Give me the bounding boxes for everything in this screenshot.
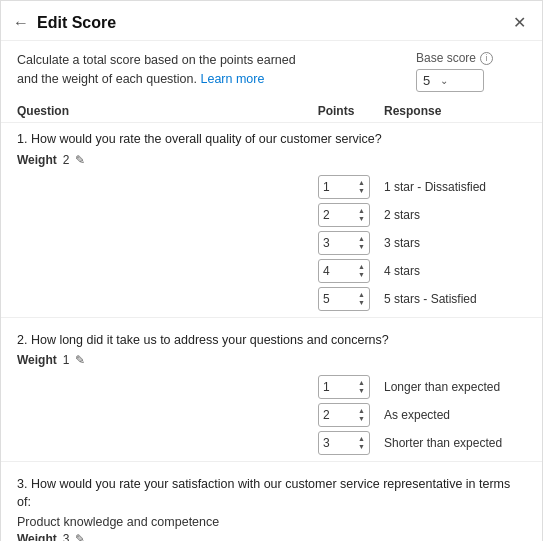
weight-edit-icon-3a[interactable]: ✎ [75,532,85,541]
base-score-label: Base score i [416,51,493,65]
spinner-down[interactable]: ▼ [358,443,365,451]
points-input[interactable]: 1 ▲ ▼ [318,375,370,399]
response-text: As expected [376,408,526,422]
base-score-value: 5 [423,73,430,88]
spinner-down[interactable]: ▼ [358,271,365,279]
base-score-select[interactable]: 5 ⌄ [416,69,484,92]
question-text-3: 3. How would you rate your satisfaction … [17,476,526,511]
table-row: 4 ▲ ▼ 4 stars [17,259,526,283]
weight-edit-icon-2[interactable]: ✎ [75,353,85,367]
subheader-description: Calculate a total score based on the poi… [17,51,307,89]
weight-row-2: Weight 1 ✎ [17,353,526,367]
spinner: ▲ ▼ [358,407,365,422]
spinner-down[interactable]: ▼ [358,415,365,423]
col-header-question: Question [17,104,296,118]
spinner-down[interactable]: ▼ [358,387,365,395]
spinner: ▲ ▼ [358,291,365,306]
spinner-down[interactable]: ▼ [358,187,365,195]
table-row: 3 ▲ ▼ Shorter than expected [17,431,526,455]
spinner: ▲ ▼ [358,435,365,450]
spinner: ▲ ▼ [358,207,365,222]
question-text-1: 1. How would you rate the overall qualit… [17,131,526,149]
learn-more-link[interactable]: Learn more [200,72,264,86]
points-input[interactable]: 1 ▲ ▼ [318,175,370,199]
header: ← Edit Score ✕ [1,1,542,41]
points-input[interactable]: 4 ▲ ▼ [318,259,370,283]
close-icon[interactable]: ✕ [513,13,526,32]
col-header-points: Points [296,104,376,118]
response-text: 3 stars [376,236,526,250]
spinner-up[interactable]: ▲ [358,179,365,187]
spinner: ▲ ▼ [358,179,365,194]
question-block-2: 2. How long did it take us to address yo… [1,324,542,376]
spinner: ▲ ▼ [358,263,365,278]
points-input[interactable]: 2 ▲ ▼ [318,403,370,427]
response-text: Shorter than expected [376,436,526,450]
weight-edit-icon-1[interactable]: ✎ [75,153,85,167]
spinner-down[interactable]: ▼ [358,299,365,307]
weight-label-3a: Weight [17,532,57,541]
table-header: Question Points Response [1,100,542,123]
panel-title: Edit Score [37,14,116,32]
weight-value-2: 1 [63,353,70,367]
weight-row-1: Weight 2 ✎ [17,153,526,167]
table-row: 1 ▲ ▼ 1 star - Dissatisfied [17,175,526,199]
table-row: 3 ▲ ▼ 3 stars [17,231,526,255]
edit-score-panel: ← Edit Score ✕ Calculate a total score b… [0,0,543,541]
subheader: Calculate a total score based on the poi… [1,41,542,100]
spinner-up[interactable]: ▲ [358,263,365,271]
table-row: 5 ▲ ▼ 5 stars - Satisfied [17,287,526,311]
separator [1,317,542,318]
col-header-response: Response [376,104,526,118]
weight-label-1: Weight [17,153,57,167]
rows-section-1: 1 ▲ ▼ 1 star - Dissatisfied 2 ▲ ▼ [1,175,542,311]
spinner-up[interactable]: ▲ [358,207,365,215]
points-input[interactable]: 3 ▲ ▼ [318,431,370,455]
table-row: 1 ▲ ▼ Longer than expected [17,375,526,399]
spinner-up[interactable]: ▲ [358,291,365,299]
spinner: ▲ ▼ [358,379,365,394]
sub-question-label-1: Product knowledge and competence [17,515,526,529]
table-row: 2 ▲ ▼ As expected [17,403,526,427]
spinner-up[interactable]: ▲ [358,407,365,415]
chevron-down-icon: ⌄ [440,75,448,86]
question-block-3: 3. How would you rate your satisfaction … [1,468,542,541]
back-icon[interactable]: ← [13,14,29,32]
response-text: 5 stars - Satisfied [376,292,526,306]
spinner-down[interactable]: ▼ [358,243,365,251]
spinner: ▲ ▼ [358,235,365,250]
spinner-up[interactable]: ▲ [358,435,365,443]
weight-row-3a: Weight 3 ✎ [17,532,526,541]
response-text: 1 star - Dissatisfied [376,180,526,194]
points-input[interactable]: 5 ▲ ▼ [318,287,370,311]
base-score-info-icon[interactable]: i [480,52,493,65]
spinner-down[interactable]: ▼ [358,215,365,223]
weight-value-3a: 3 [63,532,70,541]
response-text: 4 stars [376,264,526,278]
base-score-section: Base score i 5 ⌄ [416,51,526,92]
weight-value-1: 2 [63,153,70,167]
points-input[interactable]: 2 ▲ ▼ [318,203,370,227]
response-text: Longer than expected [376,380,526,394]
header-left: ← Edit Score [13,14,116,32]
rows-section-2: 1 ▲ ▼ Longer than expected 2 ▲ ▼ [1,375,542,455]
weight-label-2: Weight [17,353,57,367]
response-text: 2 stars [376,208,526,222]
question-block-1: 1. How would you rate the overall qualit… [1,123,542,175]
question-text-2: 2. How long did it take us to address yo… [17,332,526,350]
content: 1. How would you rate the overall qualit… [1,123,542,541]
table-row: 2 ▲ ▼ 2 stars [17,203,526,227]
spinner-up[interactable]: ▲ [358,379,365,387]
points-input[interactable]: 3 ▲ ▼ [318,231,370,255]
spinner-up[interactable]: ▲ [358,235,365,243]
separator [1,461,542,462]
